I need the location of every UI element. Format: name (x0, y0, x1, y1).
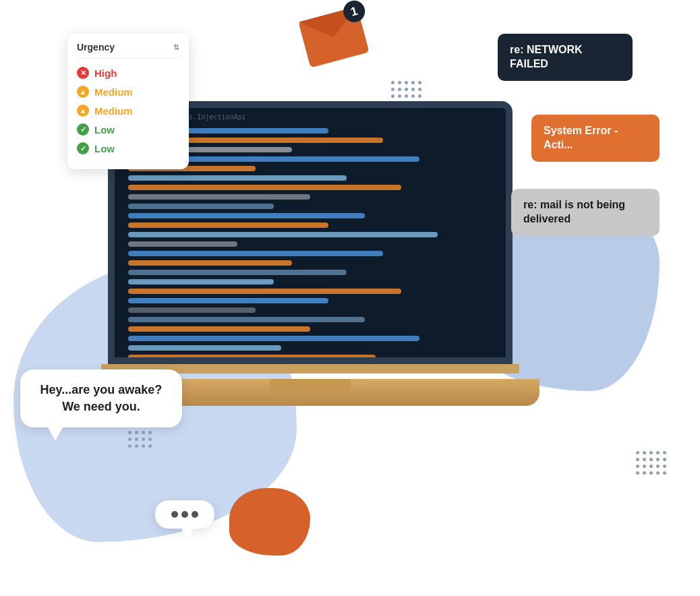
notif-network-failed-text: re: NETWORK FAILED (510, 44, 583, 69)
medium-icon-1: ▲ (77, 86, 89, 98)
urgency-row-medium-1: ▲ Medium (77, 86, 179, 98)
notif-mail-delivered: re: mail is not being delivered (511, 189, 660, 236)
urgency-label-medium-2: Medium (94, 105, 133, 117)
speech-bubble-typing (155, 500, 214, 529)
dots-pattern-1 (391, 81, 421, 98)
laptop-touchpad (270, 379, 351, 392)
urgency-card-header: Urgency ⇅ (77, 42, 179, 59)
dots-pattern-2 (636, 451, 666, 475)
envelope-body: 1 (298, 7, 369, 68)
sort-icon[interactable]: ⇅ (173, 43, 179, 52)
typing-dot-2 (181, 511, 188, 518)
low-icon-1: ✓ (77, 123, 89, 136)
medium-icon-2: ▲ (77, 105, 89, 117)
low-icon-2: ✓ (77, 142, 89, 154)
typing-dot-3 (192, 511, 198, 518)
notif-system-error: System Error - Acti... (531, 115, 660, 162)
urgency-card: Urgency ⇅ ✕ High ▲ Medium ▲ Medium ✓ Low… (67, 34, 189, 169)
urgency-label-low-1: Low (94, 124, 115, 136)
urgency-row-low-1: ✓ Low (77, 123, 179, 136)
urgency-row-high: ✕ High (77, 67, 179, 79)
speech-bubble-alert: Hey...are you awake? We need you. (20, 369, 182, 427)
notif-system-error-text: System Error - Acti... (544, 125, 618, 150)
notif-network-failed: re: NETWORK FAILED (498, 34, 633, 81)
notif-mail-delivered-text: re: mail is not being delivered (523, 199, 625, 225)
email-envelope: 1 (303, 13, 364, 61)
speech-bubble-alert-text: Hey...are you awake? We need you. (35, 382, 167, 415)
urgency-label-high: High (94, 67, 117, 79)
main-scene: using SocketLabs.InjectionApi (0, 0, 700, 596)
chat-bubble-orange (229, 488, 310, 556)
urgency-title: Urgency (77, 42, 115, 53)
urgency-row-medium-2: ▲ Medium (77, 105, 179, 117)
urgency-label-low-2: Low (94, 143, 115, 154)
high-icon: ✕ (77, 67, 89, 79)
dots-pattern-3 (128, 431, 152, 448)
typing-dot-1 (171, 511, 178, 518)
urgency-row-low-2: ✓ Low (77, 142, 179, 154)
urgency-label-medium-1: Medium (94, 86, 133, 98)
